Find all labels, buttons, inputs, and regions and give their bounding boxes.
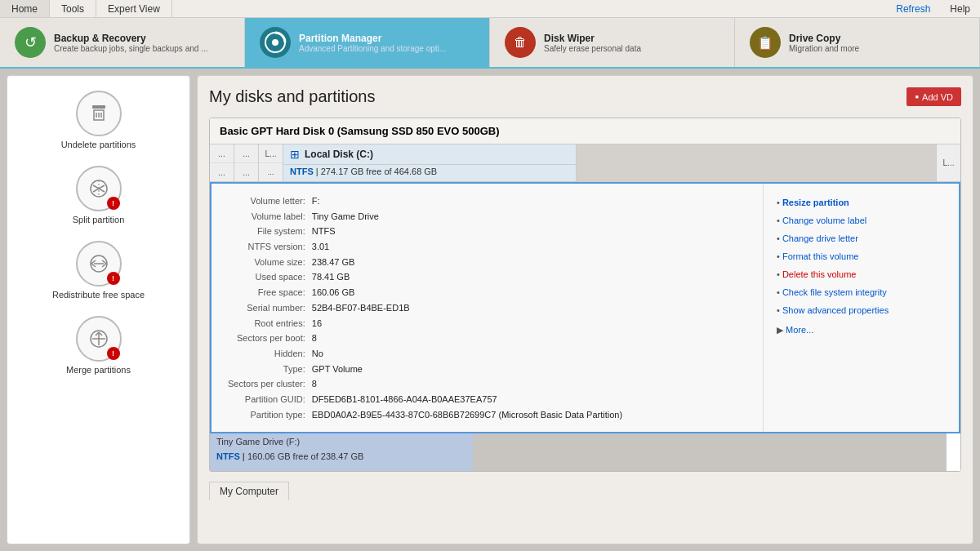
check-fs-link[interactable]: Check file system integrity <box>782 287 887 297</box>
sidebar-label-merge: Merge partitions <box>66 365 131 375</box>
partition-detail-panel: Volume letter: F: Volume label: Tiny Gam… <box>210 182 960 433</box>
table-row: Sectors per boot: 8 <box>225 331 626 346</box>
part-btn-dots4[interactable]: ... <box>234 163 258 181</box>
disk-panel: Basic GPT Hard Disk 0 (Samsung SSD 850 E… <box>209 118 961 472</box>
table-row: File system: NTFS <box>225 224 626 239</box>
sidebar-item-split[interactable]: ! Split partition <box>7 159 189 231</box>
more-link[interactable]: More... <box>786 325 813 335</box>
merge-icon-wrap: ! <box>76 316 122 362</box>
partition-info: Volume letter: F: Volume label: Tiny Gam… <box>212 184 763 432</box>
help-link[interactable]: Help <box>940 3 980 15</box>
my-computer-tab-bar: My Computer <box>209 482 961 500</box>
nav-expert-view[interactable]: Expert View <box>96 0 172 17</box>
cell-value: NTFS <box>309 224 626 239</box>
cell-value: 238.47 GB <box>309 255 626 270</box>
cell-label: Partition type: <box>225 407 309 423</box>
table-row: Free space: 160.06 GB <box>225 285 626 300</box>
sidebar-item-redistribute[interactable]: ! Redistribute free space <box>7 234 189 306</box>
cell-value: EBD0A0A2-B9E5-4433-87C0-68B6B72699C7 (Mi… <box>309 407 626 423</box>
merge-badge: ! <box>107 347 120 360</box>
table-row: Volume label: Tiny Game Drive <box>225 209 626 224</box>
part-btn-dots2[interactable]: ... <box>210 163 234 181</box>
tile-wiper[interactable]: 🗑 Disk Wiper Safely erase personal data <box>490 18 735 67</box>
add-vd-label: Add VD <box>922 92 953 102</box>
cell-label: Partition GUID: <box>225 392 309 407</box>
part-btn-dots1[interactable]: ... <box>210 144 234 163</box>
backup-subtitle: Create backup jobs, single backups and .… <box>54 44 207 53</box>
sidebar-item-merge[interactable]: ! Merge partitions <box>7 309 189 381</box>
disk-header: Basic GPT Hard Disk 0 (Samsung SSD 850 E… <box>210 118 960 144</box>
partition-icon <box>260 27 291 58</box>
tile-backup[interactable]: ↺ Backup & Recovery Create backup jobs, … <box>0 18 245 67</box>
redistribute-icon-wrap: ! <box>76 241 122 287</box>
resize-link[interactable]: Resize partition <box>782 198 849 207</box>
cell-label: Type: <box>225 362 309 377</box>
action-resize[interactable]: • Resize partition <box>777 193 946 211</box>
part-btn-dots5[interactable]: ... <box>259 163 283 181</box>
action-change-letter[interactable]: • Change drive letter <box>777 229 946 247</box>
top-nav: Home Tools Expert View Refresh Help <box>0 0 980 18</box>
local-disk-bottom: NTFS | 274.17 GB free of 464.68 GB <box>283 165 576 178</box>
advanced-props-link[interactable]: Show advanced properties <box>782 305 889 315</box>
wiper-icon: 🗑 <box>505 27 536 58</box>
page-title-text: My disks and partitions <box>209 87 375 106</box>
cell-value: 52B4-BF07-B4BE-ED1B <box>309 300 626 316</box>
page-title-bar: My disks and partitions ▪ Add VD <box>209 87 961 106</box>
nav-home[interactable]: Home <box>0 0 50 17</box>
local-disk-label: Local Disk (C:) <box>305 149 373 160</box>
part-btns-3: L... ... <box>259 144 283 181</box>
partition-actions: • Resize partition • Change volume label… <box>763 184 959 432</box>
format-link[interactable]: Format this volume <box>782 251 859 261</box>
drivecopy-icon: 📋 <box>750 27 781 58</box>
cell-value: 78.41 GB <box>309 269 626 285</box>
bottom-free-space: 160.06 GB free of 238.47 GB <box>247 451 363 461</box>
sidebar-item-undelete[interactable]: Undelete partitions <box>7 84 189 156</box>
partition-bar: ... ... ... ... L... ... ⊞ Local Disk (C… <box>210 144 960 182</box>
drivecopy-title: Drive Copy <box>789 33 859 44</box>
change-label-link[interactable]: Change volume label <box>782 216 866 225</box>
action-check-fs[interactable]: • Check file system integrity <box>777 283 946 301</box>
part-btns-2: ... ... <box>234 144 259 181</box>
my-computer-tab[interactable]: My Computer <box>209 482 289 500</box>
action-advanced-props[interactable]: • Show advanced properties <box>777 301 946 319</box>
cell-label: Volume size: <box>225 255 309 270</box>
add-vd-button[interactable]: ▪ Add VD <box>906 87 961 106</box>
refresh-link[interactable]: Refresh <box>886 3 940 15</box>
bottom-partition-bar: Tiny Game Drive (F:) NTFS | 160.06 GB fr… <box>210 433 960 471</box>
bottom-part-f-drive[interactable]: Tiny Game Drive (F:) NTFS | 160.06 GB fr… <box>210 433 473 471</box>
action-format[interactable]: • Format this volume <box>777 247 946 265</box>
action-more[interactable]: ▶ More... <box>777 321 946 339</box>
sidebar-label-split: Split partition <box>73 215 125 224</box>
table-row: Sectors per cluster: 8 <box>225 376 626 392</box>
svg-point-1 <box>272 39 278 46</box>
bottom-f-ntfs: NTFS | 160.06 GB free of 238.47 GB <box>210 450 473 463</box>
cell-label: Free space: <box>225 285 309 300</box>
table-row: Used space: 78.41 GB <box>225 269 626 285</box>
action-delete[interactable]: • Delete this volume <box>777 265 946 283</box>
partition-info-table: Volume letter: F: Volume label: Tiny Gam… <box>225 193 626 422</box>
local-disk-free-space: 274.17 GB free of 464.68 GB <box>321 167 437 176</box>
local-disk-ntfs: NTFS <box>290 167 314 176</box>
delete-link[interactable]: Delete this volume <box>782 269 857 279</box>
undelete-icon-wrap <box>76 91 122 136</box>
cell-value: 16 <box>309 316 626 331</box>
action-change-label[interactable]: • Change volume label <box>777 211 946 229</box>
cell-value: 8 <box>309 331 626 346</box>
part-btn-l1[interactable]: L... <box>259 144 283 163</box>
part-end-btn[interactable]: L... <box>936 144 960 181</box>
table-row: Hidden: No <box>225 346 626 362</box>
tile-drivecopy[interactable]: 📋 Drive Copy Migration and more <box>735 18 980 67</box>
change-letter-link[interactable]: Change drive letter <box>782 233 858 243</box>
partition-title: Partition Manager <box>299 33 446 44</box>
app-bar: ↺ Backup & Recovery Create backup jobs, … <box>0 18 980 69</box>
local-disk-top: ⊞ Local Disk (C:) <box>283 144 576 165</box>
sidebar-label-undelete: Undelete partitions <box>61 140 136 149</box>
nav-tools[interactable]: Tools <box>50 0 96 17</box>
part-btn-dots3[interactable]: ... <box>234 144 258 163</box>
part-gray-area <box>577 144 936 181</box>
main-layout: Undelete partitions ! Split partition <box>0 69 980 551</box>
local-disk-partition[interactable]: ⊞ Local Disk (C:) NTFS | 274.17 GB free … <box>283 144 577 181</box>
tile-partition[interactable]: Partition Manager Advanced Partitioning … <box>245 18 490 67</box>
wiper-subtitle: Safely erase personal data <box>544 44 641 53</box>
cell-label: File system: <box>225 224 309 239</box>
